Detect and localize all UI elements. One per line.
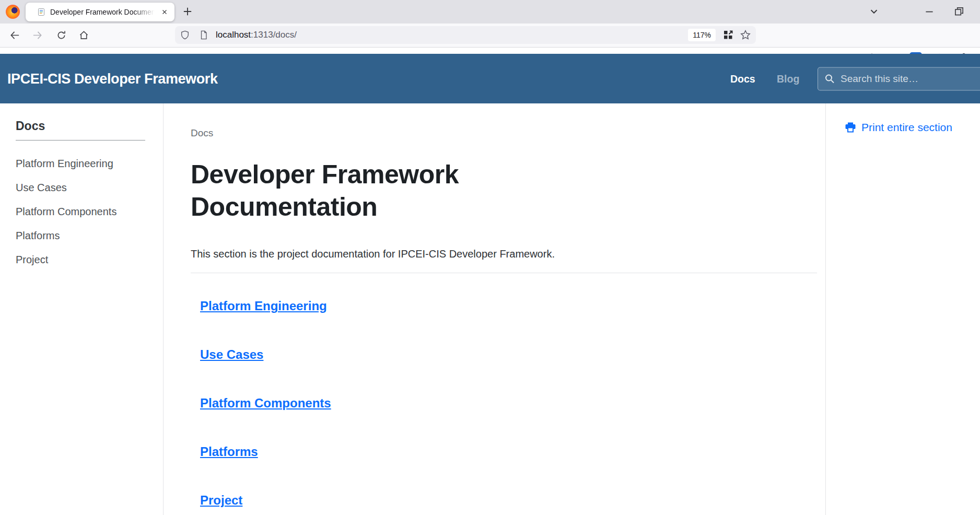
content-divider — [191, 273, 817, 273]
sidebar-nav-list: Platform Engineering Use Cases Platform … — [16, 157, 163, 267]
navigation-toolbar: localhost:1313/docs/ 117% Z — [0, 24, 980, 48]
site-search[interactable] — [818, 67, 980, 90]
intro-text: This section is the project documentatio… — [191, 247, 817, 261]
browser-tab[interactable]: Developer Framework Documentation — [26, 3, 174, 21]
window-restore-button[interactable] — [953, 6, 965, 17]
list-item: Platforms — [16, 229, 163, 243]
address-bar[interactable]: localhost:1313/docs/ 117% — [175, 26, 756, 44]
page-action-squares-arrow-icon[interactable] — [723, 30, 733, 40]
screen: { "browser": { "tab_title": "Developer F… — [0, 0, 980, 515]
tab-title: Developer Framework Documentation — [50, 8, 158, 16]
tab-bar: Developer Framework Documentation — [0, 0, 980, 24]
zoom-level-button[interactable]: 117% — [688, 29, 716, 41]
breadcrumb: Docs — [191, 103, 817, 139]
search-icon — [824, 74, 835, 84]
print-section-button[interactable]: Print entire section — [845, 121, 952, 134]
page-title: Developer Framework Documentation — [191, 158, 598, 223]
sidebar-item-project[interactable]: Project — [16, 254, 48, 265]
nav-item-blog[interactable]: Blog — [777, 73, 799, 85]
entry-link-platform-components[interactable]: Platform Components — [200, 396, 331, 410]
print-section-label: Print entire section — [861, 121, 952, 134]
url-path: :1313/docs/ — [251, 30, 297, 40]
sidebar-item-platform-engineering[interactable]: Platform Engineering — [16, 158, 113, 169]
window-minimize-button[interactable] — [924, 6, 935, 17]
tab-favicon-document-icon — [37, 8, 45, 16]
nav-item-docs[interactable]: Docs — [730, 73, 755, 85]
list-item: Platform Engineering — [16, 157, 163, 171]
list-item: Platform Engineering — [200, 298, 817, 315]
new-tab-button[interactable] — [182, 6, 193, 17]
main-content: Docs Developer Framework Documentation T… — [191, 103, 817, 515]
bookmark-star-icon[interactable] — [740, 30, 751, 40]
sidebar-divider — [16, 140, 145, 141]
page-info-icon[interactable] — [199, 30, 208, 40]
list-item: Project — [200, 493, 817, 510]
entry-link-use-cases[interactable]: Use Cases — [200, 347, 263, 361]
search-input[interactable] — [839, 73, 980, 85]
url-text: localhost:1313/docs/ — [216, 30, 297, 40]
site-header: IPCEI-CIS Developer Framework Docs Blog — [0, 54, 980, 103]
site-brand[interactable]: IPCEI-CIS Developer Framework — [7, 71, 218, 87]
entry-link-platforms[interactable]: Platforms — [200, 444, 258, 459]
back-button[interactable] — [10, 30, 20, 40]
sidebar-item-platforms[interactable]: Platforms — [16, 230, 60, 241]
list-item: Platforms — [200, 444, 817, 461]
reload-button[interactable] — [56, 30, 66, 40]
sidebar-item-use-cases[interactable]: Use Cases — [16, 182, 67, 193]
url-host: localhost — [216, 30, 251, 40]
entry-link-project[interactable]: Project — [200, 493, 242, 507]
list-item: Platform Components — [200, 395, 817, 413]
printer-icon — [845, 122, 856, 133]
list-item: Platform Components — [16, 205, 163, 219]
home-button[interactable] — [79, 30, 89, 40]
tracking-protection-shield-icon[interactable] — [180, 30, 190, 40]
list-item: Use Cases — [200, 347, 817, 364]
right-column-divider — [825, 103, 826, 515]
list-all-tabs-chevron-icon[interactable] — [868, 6, 880, 17]
forward-button[interactable] — [32, 30, 42, 40]
firefox-logo-icon — [6, 5, 20, 19]
entry-link-platform-engineering[interactable]: Platform Engineering — [200, 299, 327, 313]
sidebar-heading-docs[interactable]: Docs — [16, 119, 163, 133]
tab-close-icon[interactable] — [161, 8, 168, 16]
docs-sidebar: Docs Platform Engineering Use Cases Plat… — [0, 103, 164, 515]
sidebar-item-platform-components[interactable]: Platform Components — [16, 206, 116, 217]
list-item: Project — [16, 253, 163, 267]
section-entries-list: Platform Engineering Use Cases Platform … — [191, 298, 817, 510]
list-item: Use Cases — [16, 181, 163, 195]
